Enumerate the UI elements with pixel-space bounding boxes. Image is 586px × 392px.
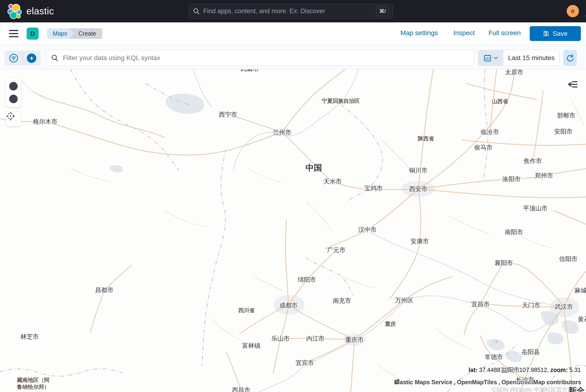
- zoom-controls: [6, 78, 21, 107]
- query-bar: + Last 15 minutes: [0, 45, 586, 69]
- help-icon[interactable]: [583, 9, 586, 22]
- refresh-button[interactable]: [564, 50, 577, 66]
- global-search-input[interactable]: [203, 8, 376, 15]
- save-icon: [543, 30, 549, 37]
- calendar-icon: [484, 54, 492, 62]
- chevron-down-icon: [494, 56, 498, 60]
- attribution-link-openmaptiles[interactable]: OpenMapTiles: [457, 379, 497, 386]
- save-button[interactable]: Save: [530, 26, 581, 41]
- global-header: elastic ⌘/ e: [0, 0, 586, 22]
- date-quick-select[interactable]: [478, 50, 503, 66]
- breadcrumb-create: Create: [69, 28, 102, 39]
- fit-to-data-button[interactable]: [6, 112, 21, 126]
- inspect-link[interactable]: Inspect: [453, 29, 475, 37]
- date-picker: Last 15 minutes: [478, 50, 560, 66]
- logo-text: elastic: [26, 6, 54, 16]
- add-filter-button[interactable]: +: [22, 51, 40, 66]
- filter-button-group: +: [5, 51, 40, 66]
- zoom-in-button[interactable]: [9, 82, 18, 90]
- kql-filter-bar[interactable]: [46, 50, 474, 66]
- search-icon: [193, 8, 200, 15]
- airport-icon: ✈: [494, 338, 499, 346]
- coordinates-readout: lat: 37.44887, lon: 107.98512, zoom: 5.3…: [469, 366, 581, 374]
- search-shortcut-badge: ⌘/: [376, 6, 389, 16]
- nav-bar: D Maps Create Map settings Inspect Full …: [0, 22, 586, 45]
- elastic-logo-icon: [7, 4, 22, 19]
- zoom-out-button[interactable]: [9, 95, 18, 103]
- external-link-icon: [395, 379, 400, 384]
- kql-search-icon: [51, 54, 59, 62]
- map-canvas[interactable]: ✈ 武威市太原市格尔木市西宁市宁夏回族自治区山西省兰州市邯郸市临汾市安阳市侯马市…: [0, 69, 586, 392]
- minus-icon: [6, 78, 10, 83]
- kql-input[interactable]: [63, 54, 469, 62]
- time-range-label[interactable]: Last 15 minutes: [503, 50, 559, 66]
- space-initial: D: [30, 30, 35, 38]
- attribution-link-openstreetmap[interactable]: OpenStreetMap contributors: [502, 379, 581, 386]
- filter-icon: [9, 53, 18, 63]
- avatar-initial: e: [571, 8, 575, 15]
- global-search-bar[interactable]: ⌘/: [189, 4, 393, 18]
- full-screen-link[interactable]: Full screen: [489, 29, 521, 37]
- refresh-icon: [566, 54, 574, 62]
- watermark: CSDN @Elastic 中国社区官方博客: [492, 386, 579, 392]
- crosshair-icon: [6, 112, 15, 121]
- attribution-link-elastic-maps-service[interactable]: Elastic Maps Service: [394, 379, 452, 386]
- menu-icon[interactable]: [9, 28, 18, 38]
- filter-list-button[interactable]: [5, 51, 22, 66]
- space-badge[interactable]: D: [27, 28, 39, 40]
- map-attribution: Elastic Maps Service , OpenMapTiles , Op…: [394, 379, 581, 386]
- map-settings-link[interactable]: Map settings: [400, 29, 438, 37]
- avatar[interactable]: e: [567, 5, 579, 17]
- elastic-logo[interactable]: elastic: [7, 4, 54, 19]
- plus-icon: +: [27, 54, 36, 63]
